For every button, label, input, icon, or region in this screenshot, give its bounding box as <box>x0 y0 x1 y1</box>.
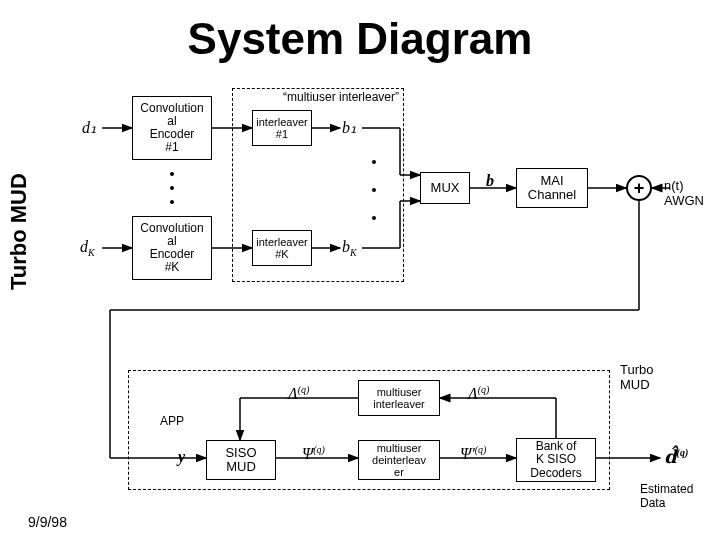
label-b1: b₁ <box>342 118 356 137</box>
label-d-hat: d̂(q) <box>664 446 688 468</box>
label-estimated-data: Estimated Data <box>640 482 693 510</box>
block-mai-channel: MAI Channel <box>516 168 588 208</box>
label-multiuser-interleaver-group: “multiuser interleaver” <box>283 90 399 104</box>
block-multiuser-deinterleaver: multiuser deinterleav er <box>358 440 440 480</box>
block-bank-decoders: Bank of K SISO Decoders <box>516 438 596 482</box>
ellipsis-dot <box>372 216 376 220</box>
block-interleaver-1: interleaver #1 <box>252 110 312 146</box>
label-b-vector: b <box>486 172 494 190</box>
slide-date: 9/9/98 <box>28 514 67 530</box>
block-conv-encoder-1: Convolution al Encoder #1 <box>132 96 212 160</box>
block-multiuser-interleaver: multiuser interleaver <box>358 380 440 416</box>
block-siso-mud: SISO MUD <box>206 440 276 480</box>
label-lambda-q-large: Λ(q) <box>468 384 489 403</box>
label-psi-q-prime: Ψ'(q) <box>460 444 486 463</box>
label-psi-q: Ψ(q) <box>302 444 325 463</box>
ellipsis-dot <box>372 188 376 192</box>
label-y: y <box>178 448 185 466</box>
page-title: System Diagram <box>0 14 720 64</box>
input-dK: dK <box>80 238 95 258</box>
label-turbo-mud: Turbo MUD <box>620 362 653 392</box>
side-label-turbo-mud: Turbo MUD <box>6 173 32 290</box>
block-mux: MUX <box>420 172 470 204</box>
label-lambda-q-small: Λ(q) <box>288 384 309 403</box>
label-noise-awgn: n(t) AWGN <box>664 178 704 208</box>
input-d1: d₁ <box>82 118 96 137</box>
ellipsis-dot <box>372 160 376 164</box>
label-bK: bK <box>342 238 357 258</box>
ellipsis-dot <box>170 172 174 176</box>
ellipsis-dot <box>170 186 174 190</box>
block-conv-encoder-k: Convolution al Encoder #K <box>132 216 212 280</box>
ellipsis-dot <box>170 200 174 204</box>
summer-plus: + <box>626 175 652 201</box>
label-app: APP <box>160 414 184 428</box>
block-interleaver-k: interleaver #K <box>252 230 312 266</box>
